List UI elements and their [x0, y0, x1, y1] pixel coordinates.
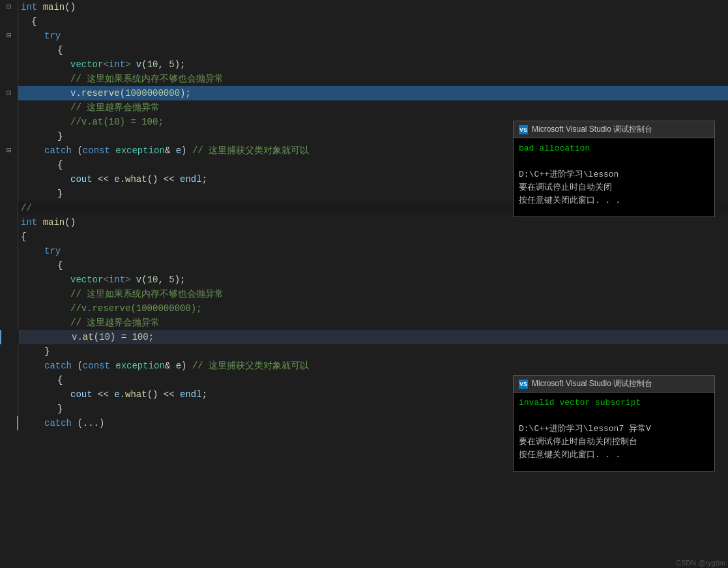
console-title-bar-2: VS Microsoft Visual Studio 调试控制台 [514, 376, 714, 393]
code-line: { [0, 43, 728, 57]
code-text: try [18, 244, 728, 258]
gutter [0, 115, 18, 129]
gutter [0, 14, 18, 29]
gutter [0, 359, 18, 373]
console-title-text-1: Microsoft Visual Studio 调试控制台 [532, 124, 652, 135]
console-output-4: 要在调试停止时自动关闭 [519, 181, 709, 194]
code-text: v.at(10) = 100; [20, 330, 728, 344]
keyword: int [21, 0, 37, 14]
gutter [0, 201, 18, 215]
gutter [0, 129, 18, 143]
code-text: //v.reserve(1000000000); [18, 301, 728, 316]
gutter [0, 72, 18, 86]
gutter [1, 330, 20, 344]
code-text: // 这里越界会抛异常 [18, 100, 728, 115]
gutter [0, 258, 18, 273]
console-title-bar-1: VS Microsoft Visual Studio 调试控制台 [514, 121, 714, 138]
gutter: ⊟ [0, 86, 18, 100]
code-text: int main() [18, 215, 728, 230]
fold-icon[interactable]: ⊟ [7, 0, 11, 14]
code-line: ⊟ int main() [0, 0, 728, 14]
gutter [0, 344, 18, 359]
gutter [0, 387, 18, 402]
code-line: int main() [0, 215, 728, 230]
console-output-10: 按任意键关闭此窗口. . . [519, 449, 709, 462]
gutter: ⊟ [0, 29, 18, 43]
fold-icon[interactable]: ⊟ [7, 29, 11, 43]
code-line: // 这里如果系统内存不够也会抛异常 [0, 287, 728, 301]
console-output-6: invalid vector subscript [519, 396, 709, 410]
gutter [0, 416, 18, 430]
code-text: { [18, 43, 728, 57]
gutter [0, 273, 18, 287]
console-body-2: invalid vector subscript D:\C++进阶学习\less… [514, 393, 714, 471]
code-text: int main() [18, 0, 728, 14]
code-text: vector<int> v(10, 5); [18, 57, 728, 72]
gutter [0, 215, 18, 230]
code-line: catch (const exception& e) // 这里捕获父类对象就可… [0, 359, 728, 373]
gutter [0, 187, 18, 201]
code-line: //v.reserve(1000000000); [0, 301, 728, 316]
code-text: } [18, 344, 728, 359]
console-output-9: 要在调试停止时自动关闭控制台 [519, 436, 709, 449]
console-output-7 [519, 410, 709, 423]
gutter [0, 316, 18, 330]
gutter [0, 301, 18, 316]
gutter [0, 172, 18, 187]
code-text: // 这里越界会抛异常 [18, 316, 728, 330]
code-line: vector<int> v(10, 5); [0, 273, 728, 287]
vs-icon-2: VS [519, 380, 528, 389]
gutter [0, 158, 18, 172]
console-output-1: bad allocation [519, 142, 709, 155]
console-window-2: VS Microsoft Visual Studio 调试控制台 invalid… [513, 375, 715, 471]
console-output-3: D:\C++进阶学习\lesson [519, 168, 709, 181]
console-body-1: bad allocation D:\C++进阶学习\lesson 要在调试停止时… [514, 138, 714, 217]
code-line: } [0, 344, 728, 359]
code-text: // 这里如果系统内存不够也会抛异常 [18, 72, 728, 86]
fold-icon: ⊟ [7, 86, 11, 100]
code-line-highlighted: ⊟ v.reserve(1000000000); [0, 86, 728, 100]
code-line: ⊟ try [0, 29, 728, 43]
gutter [0, 57, 18, 72]
console-title-text-2: Microsoft Visual Studio 调试控制台 [532, 378, 652, 389]
code-text: { [18, 258, 728, 273]
vs-icon-1: VS [519, 125, 528, 134]
code-line: { [0, 14, 728, 29]
code-line: { [0, 230, 728, 244]
code-line: // 这里越界会抛异常 [0, 100, 728, 115]
code-text: { [18, 14, 728, 29]
code-line: // 这里如果系统内存不够也会抛异常 [0, 72, 728, 86]
code-text: // 这里如果系统内存不够也会抛异常 [18, 287, 728, 301]
code-line: vector<int> v(10, 5); [0, 57, 728, 72]
gutter [0, 373, 18, 387]
code-line: try [0, 244, 728, 258]
gutter: ⊟ [0, 143, 18, 158]
code-text: try [18, 29, 728, 43]
editor-area: ⊟ int main() { ⊟ try { [0, 0, 728, 568]
gutter [0, 100, 18, 115]
console-output-5: 按任意键关闭此窗口. . . [519, 194, 709, 207]
code-text: vector<int> v(10, 5); [18, 273, 728, 287]
gutter [0, 287, 18, 301]
gutter: ⊟ [0, 0, 18, 14]
gutter [0, 402, 18, 416]
gutter-bar [17, 416, 18, 430]
console-output-8: D:\C++进阶学习\lesson7 异常V [519, 423, 709, 436]
code-line: { [0, 258, 728, 273]
gutter [0, 43, 18, 57]
gutter [0, 244, 18, 258]
csdn-watermark: CSDN @rygttm [673, 558, 728, 568]
console-window-1: VS Microsoft Visual Studio 调试控制台 bad all… [513, 121, 715, 217]
code-line: // 这里越界会抛异常 [0, 316, 728, 330]
code-text: v.reserve(1000000000); [18, 86, 728, 100]
code-text: { [18, 230, 728, 244]
code-text: catch (const exception& e) // 这里捕获父类对象就可… [18, 359, 728, 373]
fold-icon[interactable]: ⊟ [7, 143, 11, 158]
console-output-2 [519, 155, 709, 168]
gutter [0, 230, 18, 244]
code-line-active: v.at(10) = 100; [0, 330, 728, 344]
